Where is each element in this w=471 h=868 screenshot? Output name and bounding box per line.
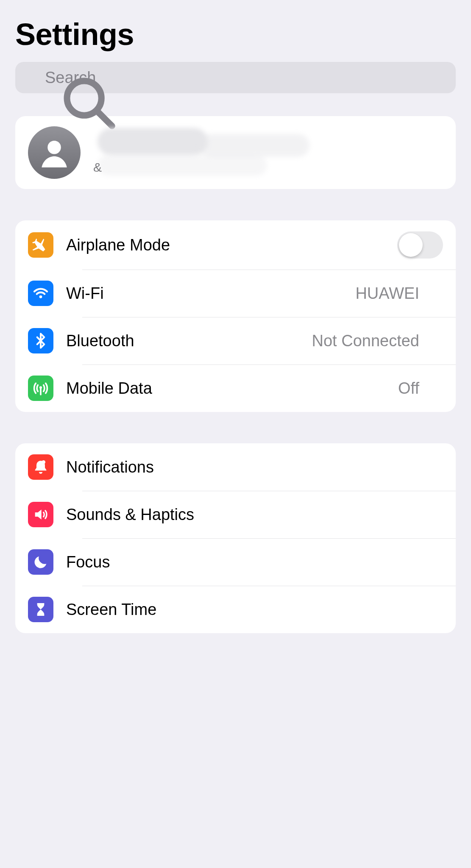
airplane-icon bbox=[28, 232, 53, 258]
row-label: Bluetooth bbox=[66, 332, 299, 350]
connectivity-group: Airplane Mode Wi-Fi HUAWEI Bluetooth Not… bbox=[15, 220, 456, 412]
apple-id-row[interactable]: & bbox=[15, 116, 456, 189]
bell-icon bbox=[28, 454, 53, 480]
airplane-mode-toggle[interactable] bbox=[397, 231, 443, 259]
search-input[interactable] bbox=[45, 69, 446, 87]
row-label: Mobile Data bbox=[66, 379, 385, 398]
screen-time-row[interactable]: Screen Time bbox=[15, 586, 456, 633]
row-label: Airplane Mode bbox=[66, 236, 385, 254]
row-value: Off bbox=[398, 379, 419, 398]
chevron-right-icon bbox=[432, 506, 443, 523]
wifi-row[interactable]: Wi-Fi HUAWEI bbox=[15, 270, 456, 317]
row-label: Notifications bbox=[66, 458, 419, 476]
mobile-data-row[interactable]: Mobile Data Off bbox=[15, 364, 456, 412]
avatar bbox=[28, 126, 81, 179]
wifi-icon bbox=[28, 281, 53, 306]
moon-icon bbox=[28, 549, 53, 575]
chevron-right-icon bbox=[432, 601, 443, 618]
sounds-row[interactable]: Sounds & Haptics bbox=[15, 491, 456, 538]
alerts-group: Notifications Sounds & Haptics Focus Scr… bbox=[15, 443, 456, 633]
chevron-right-icon bbox=[432, 459, 443, 476]
search-bar[interactable] bbox=[15, 62, 456, 93]
bluetooth-row[interactable]: Bluetooth Not Connected bbox=[15, 317, 456, 364]
account-card: & bbox=[15, 116, 456, 189]
page-title: Settings bbox=[15, 17, 456, 52]
airplane-mode-row[interactable]: Airplane Mode bbox=[15, 220, 456, 270]
row-value: HUAWEI bbox=[355, 284, 419, 303]
row-label: Screen Time bbox=[66, 601, 419, 619]
row-label: Focus bbox=[66, 553, 419, 571]
chevron-right-icon bbox=[432, 285, 443, 302]
row-label: Wi-Fi bbox=[66, 284, 343, 303]
search-icon bbox=[25, 70, 39, 85]
bluetooth-icon bbox=[28, 328, 53, 353]
antenna-icon bbox=[28, 376, 53, 401]
chevron-right-icon bbox=[432, 554, 443, 570]
focus-row[interactable]: Focus bbox=[15, 538, 456, 586]
row-value: Not Connected bbox=[312, 332, 420, 350]
chevron-right-icon bbox=[432, 332, 443, 349]
speaker-icon bbox=[28, 502, 53, 527]
hourglass-icon bbox=[28, 597, 53, 622]
row-label: Sounds & Haptics bbox=[66, 506, 419, 524]
notifications-row[interactable]: Notifications bbox=[15, 443, 456, 491]
account-text-redacted: & bbox=[93, 130, 419, 175]
chevron-right-icon bbox=[432, 144, 443, 161]
chevron-right-icon bbox=[432, 380, 443, 397]
